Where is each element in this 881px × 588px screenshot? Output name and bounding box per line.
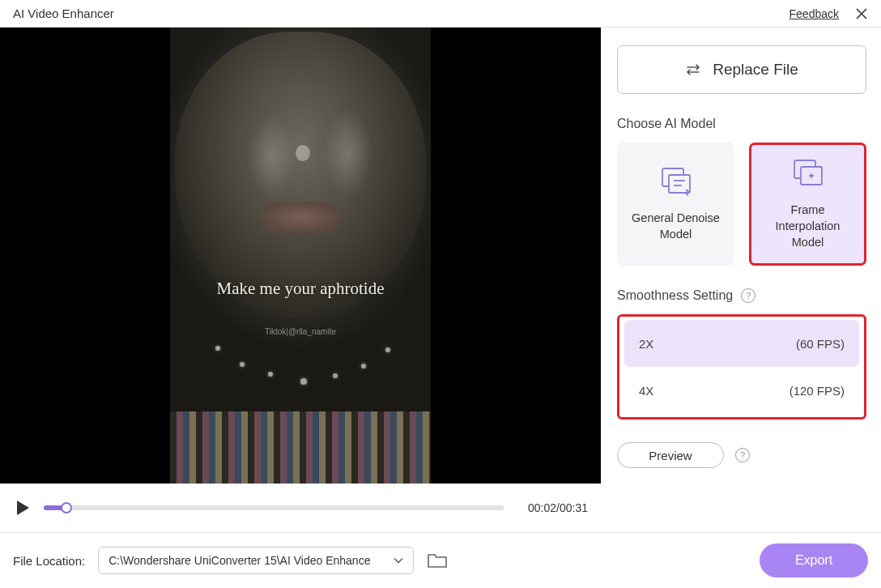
video-display[interactable]: Make me your aphrotide Tiktok|@rlla_nami… <box>0 28 601 484</box>
title-bar: AI Video Enhancer Feedback <box>0 0 881 28</box>
app-title: AI Video Enhancer <box>13 6 114 20</box>
smoothness-help-icon[interactable]: ? <box>741 288 755 303</box>
smoothness-section: Smoothness Setting ? 2X (60 FPS) 4X (120… <box>617 288 866 420</box>
title-right: Feedback <box>789 4 871 23</box>
time-display: 00:02/00:31 <box>515 501 588 514</box>
preview-label: Preview <box>649 449 692 462</box>
video-panel: Make me your aphrotide Tiktok|@rlla_nami… <box>0 28 601 532</box>
smoothness-options: 2X (60 FPS) 4X (120 FPS) <box>617 314 866 420</box>
file-location-label: File Location: <box>13 554 85 568</box>
preview-button[interactable]: Preview <box>617 442 724 468</box>
file-path-select[interactable]: C:\Wondershare UniConverter 15\AI Video … <box>98 547 414 574</box>
video-caption: Make me your aphrotide <box>216 279 384 299</box>
smoothness-header: Smoothness Setting ? <box>617 288 866 303</box>
model-frame-interp-label: Frame Interpolation Model <box>758 202 858 251</box>
smoothness-4x-fps: (120 FPS) <box>789 384 845 398</box>
model-frame-interpolation[interactable]: Frame Interpolation Model <box>749 143 866 266</box>
swap-icon <box>685 64 701 75</box>
video-controls: 00:02/00:31 <box>0 484 601 532</box>
chevron-down-icon <box>394 557 403 564</box>
smoothness-label: Smoothness Setting <box>617 288 733 303</box>
denoise-icon <box>659 166 693 197</box>
smoothness-4x[interactable]: 4X (120 FPS) <box>624 367 859 414</box>
model-denoise-label: General Denoise Model <box>624 210 728 243</box>
video-frame: Make me your aphrotide Tiktok|@rlla_nami… <box>170 28 431 484</box>
close-button[interactable] <box>852 4 871 23</box>
open-folder-button[interactable] <box>427 552 448 569</box>
play-icon <box>15 500 30 516</box>
smoothness-2x-mult: 2X <box>639 337 653 351</box>
svg-marker-2 <box>17 501 29 515</box>
progress-bar[interactable] <box>44 505 504 510</box>
model-section: Choose AI Model General Denoise Model <box>617 117 866 266</box>
feedback-link[interactable]: Feedback <box>789 7 839 20</box>
export-label: Export <box>795 553 832 568</box>
preview-row: Preview ? <box>617 442 866 468</box>
model-row: General Denoise Model Frame Interpolatio… <box>617 143 866 266</box>
replace-file-label: Replace File <box>713 61 798 79</box>
smoothness-2x-fps: (60 FPS) <box>796 337 845 351</box>
smoothness-2x[interactable]: 2X (60 FPS) <box>624 320 859 367</box>
bottom-bar: File Location: C:\Wondershare UniConvert… <box>0 532 881 588</box>
preview-help-icon[interactable]: ? <box>735 448 750 462</box>
close-icon <box>855 7 868 20</box>
model-denoise[interactable]: General Denoise Model <box>617 143 734 266</box>
side-panel: Replace File Choose AI Model Gener <box>601 28 881 532</box>
replace-file-button[interactable]: Replace File <box>617 45 866 94</box>
export-button[interactable]: Export <box>760 543 868 577</box>
main-area: Make me your aphrotide Tiktok|@rlla_nami… <box>0 28 881 532</box>
choose-model-label: Choose AI Model <box>617 117 866 131</box>
frame-interp-icon <box>791 158 825 189</box>
smoothness-4x-mult: 4X <box>639 384 653 398</box>
progress-thumb[interactable] <box>61 502 72 513</box>
play-button[interactable] <box>13 498 32 518</box>
file-path-value: C:\Wondershare UniConverter 15\AI Video … <box>109 554 370 567</box>
